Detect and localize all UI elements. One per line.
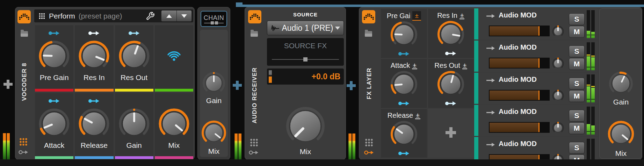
source-section-label: SOURCE xyxy=(265,12,346,17)
add-modulation-button[interactable]: ± xyxy=(460,12,464,19)
layer-solo-button[interactable]: S xyxy=(569,13,585,25)
knob-gain[interactable] xyxy=(117,107,151,140)
remote-controls-header: Perform (preset page) xyxy=(34,9,193,22)
knob-label: Mix xyxy=(300,147,311,156)
wrench-icon[interactable] xyxy=(146,12,155,21)
source-select[interactable]: Audio 1 (PRE) xyxy=(267,21,344,35)
layer-row[interactable]: Audio MODSM xyxy=(474,105,598,136)
preset-folder-icon[interactable] xyxy=(21,31,28,37)
mapping-color-bar xyxy=(35,156,73,159)
add-modulation-button[interactable]: ± xyxy=(462,62,467,69)
source-fx-slider[interactable] xyxy=(272,57,339,62)
layer-volume-fader[interactable] xyxy=(489,58,550,68)
knob-label: Pre Gain xyxy=(40,73,69,82)
device-enable-icon[interactable] xyxy=(248,10,261,23)
remote-pages-icon[interactable] xyxy=(19,137,28,146)
preset-folder-icon[interactable] xyxy=(365,31,372,37)
layer-title[interactable]: Audio MOD xyxy=(499,108,537,116)
knob-gain[interactable] xyxy=(201,71,226,96)
add-device-button[interactable] xyxy=(347,81,356,90)
layer-arrow-icon xyxy=(486,14,496,19)
knob-res-in[interactable] xyxy=(77,39,111,73)
mod-source-arrow-icon xyxy=(48,98,60,105)
remote-knob-grid: Pre GainRes InRes OutAttackReleaseGainMi… xyxy=(35,25,193,159)
layer-pan-knob[interactable] xyxy=(552,25,564,38)
knob-pre-gain[interactable] xyxy=(37,39,71,73)
layer-solo-button[interactable]: S xyxy=(569,110,585,122)
mapping-color-bar xyxy=(75,156,113,159)
knob-release[interactable] xyxy=(389,120,419,149)
layer-title[interactable]: Audio MOD xyxy=(499,11,537,19)
knob-gain[interactable] xyxy=(608,70,634,97)
chain-mixer-panel: GainMix xyxy=(200,30,228,157)
knob-label: Mix xyxy=(615,149,627,158)
knob-res-out[interactable] xyxy=(117,39,151,73)
layer-solo-button[interactable]: S xyxy=(569,45,585,57)
add-modulation-button[interactable]: ± xyxy=(412,11,421,21)
layer-mute-button[interactable]: M xyxy=(569,58,585,70)
gain-value[interactable]: +0.0 dB xyxy=(312,68,340,85)
knob-release[interactable] xyxy=(77,107,111,140)
layer-mute-button[interactable]: M xyxy=(569,90,585,102)
layer-pan-knob[interactable] xyxy=(552,122,564,134)
slider-handle[interactable] xyxy=(303,57,307,62)
knob-mix[interactable] xyxy=(285,106,326,147)
add-modulation-button[interactable]: ± xyxy=(412,62,417,69)
add-macro-cell[interactable] xyxy=(428,109,474,158)
layer-pan-knob[interactable] xyxy=(552,57,564,70)
layer-row[interactable]: Audio MODSM xyxy=(474,41,598,72)
layer-solo-button[interactable]: S xyxy=(569,78,585,89)
remote-pages-icon[interactable] xyxy=(364,138,374,147)
layer-pan-knob[interactable] xyxy=(552,154,564,160)
knob-cell-mix: Mix xyxy=(155,93,193,159)
knob-attack[interactable] xyxy=(389,70,419,99)
add-device-button[interactable] xyxy=(3,80,13,89)
gain-display[interactable]: +0.0 dB xyxy=(267,68,344,85)
layer-title[interactable]: Audio MOD xyxy=(499,43,537,51)
layer-row[interactable]: Audio MODSM xyxy=(474,137,598,160)
layer-meter xyxy=(587,42,595,70)
layer-mute-button[interactable]: M xyxy=(569,154,585,160)
pages-dots-icon[interactable] xyxy=(38,13,45,20)
source-fx-label: SOURCE FX xyxy=(267,42,344,50)
knob-mix[interactable] xyxy=(200,119,227,146)
preset-folder-icon[interactable] xyxy=(251,31,258,37)
layer-row[interactable]: Audio MODSM xyxy=(474,73,598,104)
chain-button[interactable]: CHAIN xyxy=(201,11,227,27)
receiver-panel: SOURCE Audio 1 (PRE) SOURCE FX +0.0 dB M… xyxy=(265,7,346,160)
layer-mute-button[interactable]: M xyxy=(569,122,585,134)
chain-mix-block: Mix xyxy=(200,119,227,156)
knob-res-in[interactable] xyxy=(436,20,465,49)
layer-volume-fader[interactable] xyxy=(489,26,550,36)
knob-label: Gain xyxy=(613,98,629,106)
layer-solo-button[interactable]: S xyxy=(569,142,585,154)
device-enable-icon[interactable] xyxy=(17,10,31,23)
source-fx-slot[interactable]: SOURCE FX xyxy=(267,38,344,66)
layer-mute-button[interactable]: M xyxy=(569,26,585,38)
triangle-up-icon xyxy=(166,14,172,18)
remote-mapping-icon[interactable] xyxy=(248,150,260,156)
knob-pre-gai[interactable] xyxy=(389,20,419,49)
device-enable-icon[interactable] xyxy=(362,10,375,23)
layer-volume-fader[interactable] xyxy=(489,122,550,133)
layer-volume-fader[interactable] xyxy=(489,154,550,160)
layer-title[interactable]: Audio MOD xyxy=(499,75,537,84)
layer-title[interactable]: Audio MOD xyxy=(499,140,537,148)
page-down-button[interactable] xyxy=(176,10,192,22)
page-title[interactable]: Perform xyxy=(49,12,75,20)
add-device-button[interactable] xyxy=(233,81,242,90)
layer-row[interactable]: Audio MODSM xyxy=(474,8,598,39)
knob-attack[interactable] xyxy=(37,107,71,140)
add-modulation-button[interactable]: ± xyxy=(415,112,420,119)
wireless-icon[interactable] xyxy=(166,48,182,62)
layer-arrow-icon xyxy=(486,142,496,147)
layer-pan-knob[interactable] xyxy=(552,89,564,102)
remote-mapping-icon[interactable] xyxy=(364,150,375,156)
layer-volume-fader[interactable] xyxy=(489,90,550,101)
remote-pages-icon[interactable] xyxy=(249,138,259,147)
knob-mix[interactable] xyxy=(157,107,191,140)
page-up-button[interactable] xyxy=(161,10,176,22)
knob-res-out[interactable] xyxy=(436,70,465,99)
knob-mix[interactable] xyxy=(607,120,635,148)
remote-mapping-icon[interactable] xyxy=(18,149,29,155)
